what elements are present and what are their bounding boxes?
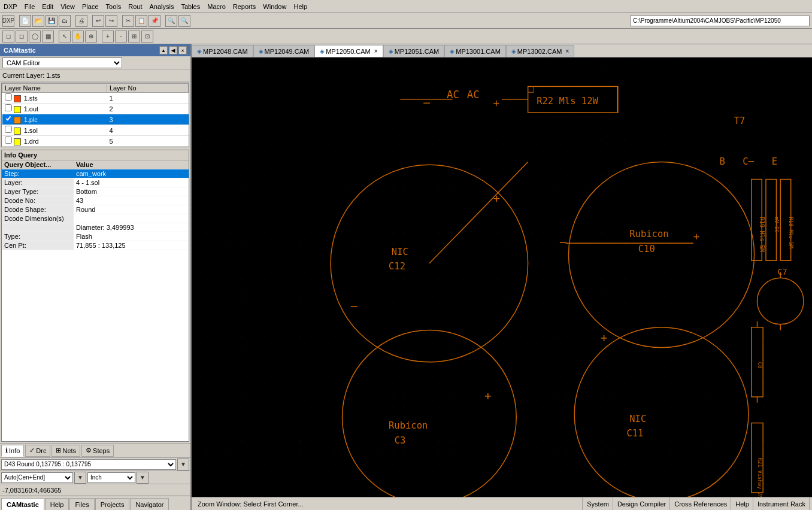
layer-checkbox[interactable] [5,115,12,122]
tb-redo[interactable]: ↪ [105,15,117,27]
menu-analysis[interactable]: Analysis [146,2,177,11]
info-row[interactable]: Step: cam_work [2,169,189,178]
info-row[interactable]: Dcode No: 43 [2,196,189,205]
status-design-compiler[interactable]: Design Compiler [614,497,670,510]
doc-tab-mp12048[interactable]: ◈ MP12048.CAM [192,45,253,57]
panel-float-btn[interactable]: ▲ [159,46,168,54]
menu-reports[interactable]: Reports [229,2,260,11]
info-table: Query Object... Value Step: cam_work Lay… [2,160,189,250]
panel-pin-btn[interactable]: ◀ [169,46,177,54]
status-system[interactable]: System [583,497,613,510]
tb-cam10[interactable]: ⊞ [128,31,140,42]
menu-file[interactable]: File [21,2,39,11]
tab-info[interactable]: ℹ Info [1,445,24,457]
menu-edit[interactable]: Edit [38,2,57,11]
panel-close-btn[interactable]: × [178,46,187,54]
tb-cam9[interactable]: - [115,31,127,42]
menu-dxp[interactable]: DXP [0,2,21,11]
snap-select[interactable]: Auto[Cen+End] [1,472,73,483]
doc-close-btn-2[interactable]: × [565,48,569,54]
menu-rout[interactable]: Rout [125,2,146,11]
tb-cam4[interactable]: ▦ [42,31,54,42]
menu-place[interactable]: Place [78,2,102,11]
tb-cam7[interactable]: ⊕ [85,31,97,42]
btm-tab-projects[interactable]: Projects [95,498,130,510]
info-row[interactable]: Layer Type: Bottom [2,187,189,196]
tb-cam1[interactable]: ◻ [2,31,14,42]
info-row[interactable]: Layer: 4 - 1.sol [2,178,189,187]
layer-row[interactable]: 1.out 2 [2,104,189,114]
info-row[interactable]: Diameter: 3,499993 [2,223,189,232]
unit-select[interactable]: Inch [87,472,135,483]
doc-tab-mp12050[interactable]: ◈ MP12050.CAM × [314,45,383,57]
layer-checkbox[interactable] [5,136,12,144]
info-query-header: Info Query [2,150,189,160]
tb-paste[interactable]: 📌 [149,15,160,27]
dcode-dropdown-btn[interactable]: ▼ [177,459,189,470]
layer-row[interactable]: 1.plc 3 [2,114,189,125]
menu-macro[interactable]: Macro [204,2,229,11]
pcb-svg: ─ AC AC + R22 Mls 12W T7 NIC C12 ─ + [192,57,812,510]
tb-zoom-out[interactable]: 🔍 [178,15,190,27]
canvas-area: ◈ MP12048.CAM ◈ MP12049.CAM ◈ MP12050.CA… [192,44,812,510]
menu-help[interactable]: Help [290,2,311,11]
tb-cam11[interactable]: ⊡ [141,31,153,42]
layer-checkbox[interactable] [5,104,12,111]
coordinate-display: -7,083160:4,466365 [2,487,61,494]
left-panel: CAMtastic ▲ ◀ × CAM Editor Current Layer… [0,44,192,510]
menu-window[interactable]: Window [259,2,290,11]
doc-tab-mp12049[interactable]: ◈ MP12049.CAM [253,45,315,57]
btm-tab-navigator[interactable]: Navigator [130,498,169,510]
tab-steps[interactable]: ⚙ Steps [81,445,114,457]
menu-tables[interactable]: Tables [177,2,204,11]
btm-tab-help[interactable]: Help [45,498,69,510]
layer-checkbox[interactable] [5,126,12,133]
doc-tab-mp13002[interactable]: ◈ MP13002.CAM × [506,45,574,57]
info-row[interactable]: Type: Flash [2,232,189,241]
pcb-canvas[interactable]: ─ AC AC + R22 Mls 12W T7 NIC C12 ─ + [192,57,812,510]
tb-zoom-in[interactable]: 🔍 [165,15,177,27]
current-layer-label: Current Layer: 1.sts [2,72,60,79]
layer-name: 1.plc [24,116,38,123]
dcode-select[interactable]: D43 Round 0,137795 : 0,137795 [1,459,176,470]
tb-cam5[interactable]: ↖ [59,31,71,42]
info-key: Dcode Dimension(s) [2,214,74,223]
layer-row[interactable]: 1.sol 4 [2,125,189,136]
tb-cam3[interactable]: ◯ [29,31,41,42]
tb-cam8[interactable]: + [102,31,114,42]
doc-tab-mp13001[interactable]: ◈ MP13001.CAM [444,45,506,57]
info-row[interactable]: Dcode Shape: Round [2,205,189,214]
tab-nets[interactable]: ⊞ Nets [51,445,80,457]
tb-save[interactable]: 💾 [46,15,57,27]
unit-dropdown-btn[interactable]: ▼ [137,472,149,484]
status-instrument-rack[interactable]: Instrument Rack [754,497,810,510]
layer-checkbox[interactable] [5,93,12,101]
doc-close-btn[interactable]: × [374,48,378,54]
tb-cut[interactable]: ✂ [122,15,134,27]
info-value: 4 - 1.sol [74,178,189,187]
status-help[interactable]: Help [732,497,753,510]
info-row[interactable]: Cen Pt: 71,855 : 133,125 [2,241,189,250]
tb-save-all[interactable]: 🗂 [59,15,71,27]
tb-copy[interactable]: 📋 [135,15,147,27]
menu-view[interactable]: View [57,2,78,11]
tb-print[interactable]: 🖨 [75,15,87,27]
tab-drc[interactable]: ✓ Drc [25,445,50,457]
tb-cam6[interactable]: ✋ [72,31,84,42]
tb-undo[interactable]: ↩ [92,15,104,27]
btm-tab-camtastic[interactable]: CAMtastic [1,498,44,510]
tb-dxp[interactable]: DXP [2,15,14,27]
tb-open[interactable]: 📂 [32,15,44,27]
tb-cam2[interactable]: ◻ [16,31,28,42]
doc-tab-mp12051[interactable]: ◈ MP12051.CAM [383,45,445,57]
cam-editor-dropdown[interactable]: CAM Editor [2,57,122,68]
layer-row[interactable]: 1.sts 1 [2,93,189,104]
layer-row[interactable]: 1.drd 5 [2,136,189,147]
menu-tools[interactable]: Tools [102,2,125,11]
btm-tab-files[interactable]: Files [69,498,94,510]
info-row[interactable]: Dcode Dimension(s) [2,214,189,223]
status-cross-references[interactable]: Cross References [671,497,731,510]
snap-dropdown-btn[interactable]: ▼ [74,472,86,484]
tb-new[interactable]: 📄 [19,15,31,27]
svg-text:R19 Mls 5M: R19 Mls 5M [759,217,765,252]
